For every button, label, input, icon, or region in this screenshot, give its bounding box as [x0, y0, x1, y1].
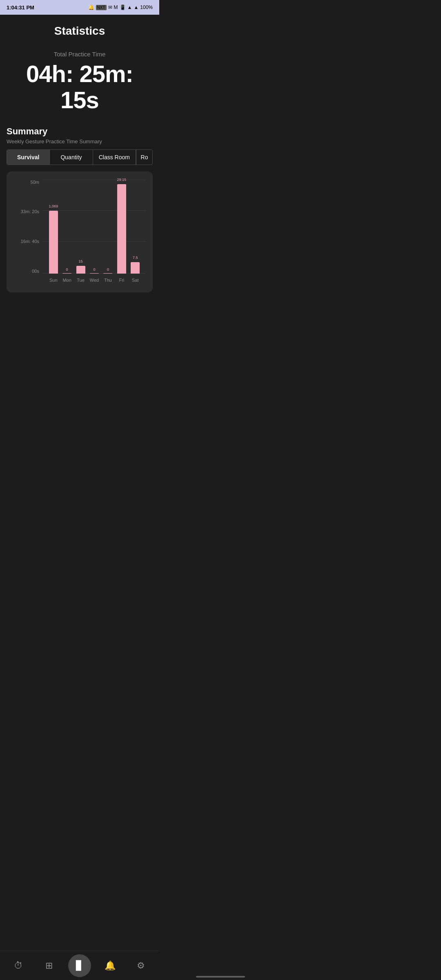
x-label-wed: Wed [87, 274, 101, 286]
practice-section: Total Practice Time 04h: 25m: 15s [7, 51, 153, 113]
bar-group-thu: 0 [101, 180, 115, 274]
bar-group-tue: 15 [74, 180, 87, 274]
vibrate-icon: 📳 [120, 4, 126, 10]
bar-fri: 29:15 [117, 184, 126, 274]
x-label-fri: Fri [115, 274, 128, 286]
y-label-33m: 33m: 20s [13, 209, 42, 214]
practice-time-value: 04h: 25m: 15s [7, 61, 153, 113]
summary-subtitle: Weekly Gesture Practice Time Summary [7, 138, 153, 145]
chart-container: 50m 33m: 20s 16m: 40s 00s [7, 172, 153, 292]
tab-classroom[interactable]: Class Room [93, 150, 136, 165]
summary-section: Summary Weekly Gesture Practice Time Sum… [7, 126, 153, 292]
bar-group-wed: 0 [87, 180, 101, 274]
summary-title: Summary [7, 126, 153, 137]
bar-value-sat: 7.5 [133, 256, 138, 260]
bar-group-fri: 29:15 [115, 180, 128, 274]
email2-icon: M [114, 4, 118, 10]
bar-value-wed: 0 [93, 267, 95, 272]
bar-group-sun: 1,069 [47, 180, 60, 274]
chart-plot: 1,069 0 15 [42, 180, 146, 274]
tab-more[interactable]: Ro [136, 150, 152, 165]
status-icons: 🔔 NXT ✉ M 📳 ▲ ▲ 100% [88, 4, 153, 10]
x-label-tue: Tue [74, 274, 87, 286]
battery-text: 100% [140, 4, 153, 10]
y-label-50m: 50m [13, 180, 42, 185]
tab-survival[interactable]: Survival [7, 150, 50, 165]
status-bar: 1:04:31 PM 🔔 NXT ✉ M 📳 ▲ ▲ 100% [0, 0, 159, 15]
bar-value-mon: 0 [66, 267, 68, 272]
x-label-sun: Sun [47, 274, 60, 286]
signal-icon: ▲ [134, 4, 138, 10]
bar-sat: 7.5 [131, 262, 140, 274]
x-label-mon: Mon [60, 274, 74, 286]
bar-wed: 0 [90, 273, 99, 274]
y-axis-labels: 50m 33m: 20s 16m: 40s 00s [13, 180, 42, 274]
bar-sun: 1,069 [49, 211, 58, 274]
bar-group-mon: 0 [60, 180, 74, 274]
practice-label: Total Practice Time [7, 51, 153, 58]
bar-value-thu: 0 [107, 267, 109, 272]
x-label-thu: Thu [101, 274, 115, 286]
bar-thu: 0 [103, 273, 112, 274]
bar-mon: 0 [62, 273, 71, 274]
main-content: Statistics Total Practice Time 04h: 25m:… [0, 15, 159, 345]
tabs-container: Survival Quantity Class Room Ro [7, 149, 153, 165]
nxt-icon: NXT [96, 5, 107, 10]
bar-group-sat: 7.5 [129, 180, 142, 274]
bar-value-sun: 1,069 [49, 204, 58, 208]
x-label-sat: Sat [129, 274, 142, 286]
bar-value-fri: 29:15 [117, 178, 127, 182]
bar-value-tue: 15 [79, 259, 83, 263]
page-title: Statistics [7, 24, 153, 38]
email-icon: ✉ [108, 4, 112, 10]
notification-icon: 🔔 [88, 4, 94, 10]
tab-quantity[interactable]: Quantity [50, 150, 93, 165]
bar-tue: 15 [76, 266, 85, 273]
chart-area: 50m 33m: 20s 16m: 40s 00s [13, 180, 146, 286]
y-label-0: 00s [13, 269, 42, 274]
y-label-16m: 16m: 40s [13, 239, 42, 244]
wifi-icon: ▲ [127, 4, 132, 10]
bars-area: 1,069 0 15 [42, 180, 146, 274]
x-axis-labels: Sun Mon Tue Wed Thu Fri Sat [42, 274, 146, 286]
status-time: 1:04:31 PM [7, 4, 34, 11]
